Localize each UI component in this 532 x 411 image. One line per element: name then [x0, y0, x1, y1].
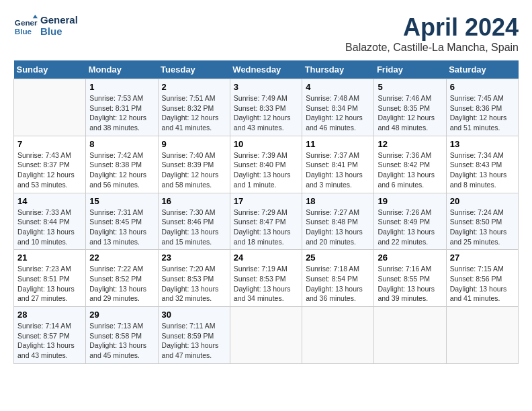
week-row: 1Sunrise: 7:53 AM Sunset: 8:31 PM Daylig… — [14, 79, 519, 136]
week-row: 14Sunrise: 7:33 AM Sunset: 8:44 PM Dayli… — [14, 193, 519, 250]
day-header-sunday: Sunday — [14, 60, 86, 79]
calendar-cell: 19Sunrise: 7:26 AM Sunset: 8:49 PM Dayli… — [374, 193, 446, 250]
calendar-table: SundayMondayTuesdayWednesdayThursdayFrid… — [13, 60, 519, 364]
day-number: 17 — [234, 196, 298, 206]
week-row: 7Sunrise: 7:43 AM Sunset: 8:37 PM Daylig… — [14, 136, 519, 193]
calendar-cell: 1Sunrise: 7:53 AM Sunset: 8:31 PM Daylig… — [86, 79, 158, 136]
day-number: 9 — [162, 139, 226, 149]
day-header-friday: Friday — [374, 60, 446, 79]
calendar-cell — [230, 307, 302, 364]
day-number: 29 — [89, 310, 154, 320]
week-row: 28Sunrise: 7:14 AM Sunset: 8:57 PM Dayli… — [14, 307, 519, 364]
day-header-saturday: Saturday — [446, 60, 518, 79]
calendar-cell: 7Sunrise: 7:43 AM Sunset: 8:37 PM Daylig… — [14, 136, 86, 193]
day-number: 22 — [89, 253, 154, 263]
day-info: Sunrise: 7:33 AM Sunset: 8:44 PM Dayligh… — [17, 208, 82, 247]
calendar-cell: 27Sunrise: 7:15 AM Sunset: 8:56 PM Dayli… — [446, 250, 518, 307]
day-header-wednesday: Wednesday — [230, 60, 302, 79]
day-info: Sunrise: 7:43 AM Sunset: 8:37 PM Dayligh… — [17, 150, 82, 190]
day-info: Sunrise: 7:13 AM Sunset: 8:58 PM Dayligh… — [89, 321, 154, 361]
calendar-cell — [374, 307, 446, 364]
day-info: Sunrise: 7:20 AM Sunset: 8:53 PM Dayligh… — [162, 264, 226, 304]
day-info: Sunrise: 7:40 AM Sunset: 8:39 PM Dayligh… — [162, 150, 226, 190]
svg-text:General: General — [15, 18, 38, 27]
day-info: Sunrise: 7:30 AM Sunset: 8:46 PM Dayligh… — [162, 208, 226, 247]
calendar-cell — [14, 79, 86, 136]
calendar-cell: 8Sunrise: 7:42 AM Sunset: 8:38 PM Daylig… — [86, 136, 158, 193]
day-number: 28 — [17, 310, 82, 320]
day-info: Sunrise: 7:18 AM Sunset: 8:54 PM Dayligh… — [306, 264, 370, 304]
calendar-cell: 21Sunrise: 7:23 AM Sunset: 8:51 PM Dayli… — [14, 250, 86, 307]
day-number: 21 — [17, 253, 82, 263]
day-number: 8 — [89, 139, 154, 149]
day-number: 25 — [306, 253, 370, 263]
day-info: Sunrise: 7:26 AM Sunset: 8:49 PM Dayligh… — [378, 208, 442, 247]
day-header-tuesday: Tuesday — [158, 60, 230, 79]
day-number: 6 — [450, 82, 515, 92]
location-subtitle: Balazote, Castille-La Mancha, Spain — [345, 42, 519, 54]
day-number: 13 — [450, 139, 515, 149]
month-year-title: April 2024 — [345, 13, 519, 42]
calendar-cell: 14Sunrise: 7:33 AM Sunset: 8:44 PM Dayli… — [14, 193, 86, 250]
day-info: Sunrise: 7:45 AM Sunset: 8:36 PM Dayligh… — [450, 93, 515, 133]
day-info: Sunrise: 7:36 AM Sunset: 8:42 PM Dayligh… — [378, 150, 442, 190]
day-number: 14 — [17, 196, 82, 206]
day-info: Sunrise: 7:14 AM Sunset: 8:57 PM Dayligh… — [17, 321, 82, 361]
day-number: 26 — [378, 253, 442, 263]
page-header: General Blue General Blue April 2024 Bal… — [13, 13, 519, 54]
calendar-cell: 30Sunrise: 7:11 AM Sunset: 8:59 PM Dayli… — [158, 307, 230, 364]
calendar-header-row: SundayMondayTuesdayWednesdayThursdayFrid… — [14, 60, 519, 79]
day-info: Sunrise: 7:42 AM Sunset: 8:38 PM Dayligh… — [89, 150, 154, 190]
day-number: 27 — [450, 253, 515, 263]
calendar-cell: 25Sunrise: 7:18 AM Sunset: 8:54 PM Dayli… — [302, 250, 374, 307]
svg-text:Blue: Blue — [15, 27, 32, 36]
calendar-cell: 11Sunrise: 7:37 AM Sunset: 8:41 PM Dayli… — [302, 136, 374, 193]
day-info: Sunrise: 7:34 AM Sunset: 8:43 PM Dayligh… — [450, 150, 515, 190]
svg-marker-2 — [33, 15, 38, 18]
day-info: Sunrise: 7:31 AM Sunset: 8:45 PM Dayligh… — [89, 208, 154, 247]
calendar-cell: 4Sunrise: 7:48 AM Sunset: 8:34 PM Daylig… — [302, 79, 374, 136]
day-number: 4 — [306, 82, 370, 92]
calendar-cell: 17Sunrise: 7:29 AM Sunset: 8:47 PM Dayli… — [230, 193, 302, 250]
day-number: 11 — [306, 139, 370, 149]
day-info: Sunrise: 7:22 AM Sunset: 8:52 PM Dayligh… — [89, 264, 154, 304]
calendar-cell: 20Sunrise: 7:24 AM Sunset: 8:50 PM Dayli… — [446, 193, 518, 250]
calendar-cell: 16Sunrise: 7:30 AM Sunset: 8:46 PM Dayli… — [158, 193, 230, 250]
day-number: 7 — [17, 139, 82, 149]
day-info: Sunrise: 7:37 AM Sunset: 8:41 PM Dayligh… — [306, 150, 370, 190]
day-info: Sunrise: 7:29 AM Sunset: 8:47 PM Dayligh… — [234, 208, 298, 247]
day-number: 19 — [378, 196, 442, 206]
day-info: Sunrise: 7:39 AM Sunset: 8:40 PM Dayligh… — [234, 150, 298, 190]
day-number: 5 — [378, 82, 442, 92]
day-number: 20 — [450, 196, 515, 206]
day-info: Sunrise: 7:53 AM Sunset: 8:31 PM Dayligh… — [89, 93, 154, 133]
calendar-cell — [446, 307, 518, 364]
week-row: 21Sunrise: 7:23 AM Sunset: 8:51 PM Dayli… — [14, 250, 519, 307]
day-number: 24 — [234, 253, 298, 263]
day-number: 15 — [89, 196, 154, 206]
day-number: 12 — [378, 139, 442, 149]
calendar-cell: 3Sunrise: 7:49 AM Sunset: 8:33 PM Daylig… — [230, 79, 302, 136]
day-info: Sunrise: 7:51 AM Sunset: 8:32 PM Dayligh… — [162, 93, 226, 133]
calendar-cell: 6Sunrise: 7:45 AM Sunset: 8:36 PM Daylig… — [446, 79, 518, 136]
logo-icon: General Blue — [13, 13, 38, 38]
calendar-cell: 29Sunrise: 7:13 AM Sunset: 8:58 PM Dayli… — [86, 307, 158, 364]
day-header-thursday: Thursday — [302, 60, 374, 79]
day-info: Sunrise: 7:49 AM Sunset: 8:33 PM Dayligh… — [234, 93, 298, 133]
calendar-cell: 28Sunrise: 7:14 AM Sunset: 8:57 PM Dayli… — [14, 307, 86, 364]
calendar-cell: 22Sunrise: 7:22 AM Sunset: 8:52 PM Dayli… — [86, 250, 158, 307]
day-info: Sunrise: 7:19 AM Sunset: 8:53 PM Dayligh… — [234, 264, 298, 304]
calendar-cell: 18Sunrise: 7:27 AM Sunset: 8:48 PM Dayli… — [302, 193, 374, 250]
day-number: 1 — [89, 82, 154, 92]
day-info: Sunrise: 7:16 AM Sunset: 8:55 PM Dayligh… — [378, 264, 442, 304]
calendar-cell: 5Sunrise: 7:46 AM Sunset: 8:35 PM Daylig… — [374, 79, 446, 136]
calendar-cell: 23Sunrise: 7:20 AM Sunset: 8:53 PM Dayli… — [158, 250, 230, 307]
title-block: April 2024 Balazote, Castille-La Mancha,… — [345, 13, 519, 54]
calendar-cell: 2Sunrise: 7:51 AM Sunset: 8:32 PM Daylig… — [158, 79, 230, 136]
logo-line2: Blue — [40, 26, 78, 37]
day-number: 23 — [162, 253, 226, 263]
day-info: Sunrise: 7:24 AM Sunset: 8:50 PM Dayligh… — [450, 208, 515, 247]
calendar-cell: 26Sunrise: 7:16 AM Sunset: 8:55 PM Dayli… — [374, 250, 446, 307]
day-info: Sunrise: 7:46 AM Sunset: 8:35 PM Dayligh… — [378, 93, 442, 133]
logo: General Blue General Blue — [13, 13, 78, 38]
